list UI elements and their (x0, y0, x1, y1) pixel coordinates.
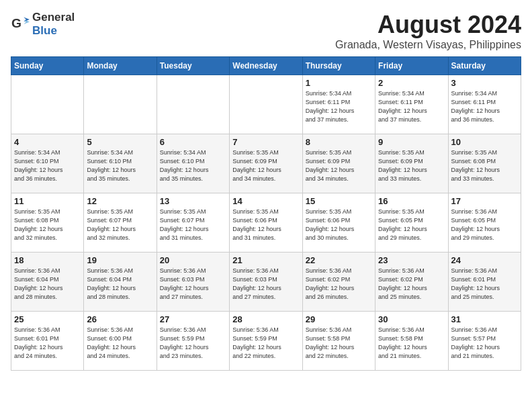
day-number: 10 (451, 137, 518, 147)
svg-text:G: G (11, 16, 21, 30)
day-number: 19 (87, 255, 153, 265)
day-info: Sunrise: 5:36 AM Sunset: 6:01 PM Dayligh… (451, 267, 518, 302)
day-info: Sunrise: 5:35 AM Sunset: 6:07 PM Dayligh… (160, 208, 226, 242)
table-row: 19Sunrise: 5:36 AM Sunset: 6:04 PM Dayli… (84, 253, 157, 312)
table-row: 22Sunrise: 5:36 AM Sunset: 6:02 PM Dayli… (302, 253, 375, 312)
table-row: 23Sunrise: 5:36 AM Sunset: 6:02 PM Dayli… (375, 253, 448, 312)
table-row: 12Sunrise: 5:35 AM Sunset: 6:07 PM Dayli… (84, 193, 157, 253)
day-number: 15 (306, 196, 372, 206)
day-info: Sunrise: 5:36 AM Sunset: 6:03 PM Dayligh… (160, 267, 226, 302)
month-year: August 2024 (335, 11, 521, 39)
table-row: 30Sunrise: 5:36 AM Sunset: 5:58 PM Dayli… (375, 312, 448, 371)
logo: G General Blue (11, 11, 75, 38)
day-info: Sunrise: 5:36 AM Sunset: 5:57 PM Dayligh… (451, 326, 518, 361)
table-row: 29Sunrise: 5:36 AM Sunset: 5:58 PM Dayli… (302, 312, 375, 371)
day-info: Sunrise: 5:36 AM Sunset: 5:59 PM Dayligh… (160, 326, 226, 361)
calendar-week-row: 1Sunrise: 5:34 AM Sunset: 6:11 PM Daylig… (11, 75, 521, 134)
header-monday: Monday (84, 57, 157, 75)
day-info: Sunrise: 5:36 AM Sunset: 6:03 PM Dayligh… (232, 267, 299, 302)
day-number: 1 (306, 78, 372, 88)
day-number: 12 (87, 196, 153, 206)
day-number: 22 (306, 255, 372, 265)
day-info: Sunrise: 5:36 AM Sunset: 6:02 PM Dayligh… (306, 267, 372, 302)
table-row: 14Sunrise: 5:35 AM Sunset: 6:06 PM Dayli… (230, 193, 302, 253)
day-number: 3 (451, 78, 518, 88)
logo-text: General Blue (32, 11, 75, 36)
table-row: 11Sunrise: 5:35 AM Sunset: 6:08 PM Dayli… (11, 193, 84, 253)
table-row: 4Sunrise: 5:34 AM Sunset: 6:10 PM Daylig… (11, 134, 84, 193)
day-info: Sunrise: 5:35 AM Sunset: 6:09 PM Dayligh… (306, 148, 372, 183)
day-number: 26 (87, 314, 153, 324)
day-number: 24 (451, 255, 518, 265)
day-info: Sunrise: 5:35 AM Sunset: 6:07 PM Dayligh… (87, 208, 153, 242)
day-info: Sunrise: 5:36 AM Sunset: 6:02 PM Dayligh… (378, 267, 445, 302)
table-row: 31Sunrise: 5:36 AM Sunset: 5:57 PM Dayli… (448, 312, 521, 371)
table-row: 9Sunrise: 5:35 AM Sunset: 6:09 PM Daylig… (375, 134, 448, 193)
table-row: 20Sunrise: 5:36 AM Sunset: 6:03 PM Dayli… (157, 253, 229, 312)
table-row: 13Sunrise: 5:35 AM Sunset: 6:07 PM Dayli… (157, 193, 229, 253)
table-row (11, 75, 84, 134)
day-info: Sunrise: 5:34 AM Sunset: 6:11 PM Dayligh… (378, 89, 445, 124)
header-wednesday: Wednesday (230, 57, 302, 75)
day-info: Sunrise: 5:36 AM Sunset: 6:04 PM Dayligh… (87, 267, 153, 302)
logo-icon: G (11, 15, 30, 34)
day-number: 25 (14, 314, 81, 324)
day-number: 9 (378, 137, 445, 147)
day-info: Sunrise: 5:35 AM Sunset: 6:05 PM Dayligh… (378, 208, 445, 242)
day-info: Sunrise: 5:36 AM Sunset: 6:00 PM Dayligh… (87, 326, 153, 361)
table-row: 25Sunrise: 5:36 AM Sunset: 6:01 PM Dayli… (11, 312, 84, 371)
day-info: Sunrise: 5:36 AM Sunset: 6:05 PM Dayligh… (451, 208, 518, 242)
day-info: Sunrise: 5:34 AM Sunset: 6:11 PM Dayligh… (306, 89, 372, 124)
header-tuesday: Tuesday (157, 57, 229, 75)
day-info: Sunrise: 5:34 AM Sunset: 6:10 PM Dayligh… (14, 148, 81, 183)
header-sunday: Sunday (11, 57, 84, 75)
day-number: 17 (451, 196, 518, 206)
day-info: Sunrise: 5:36 AM Sunset: 6:01 PM Dayligh… (14, 326, 81, 361)
table-row: 27Sunrise: 5:36 AM Sunset: 5:59 PM Dayli… (157, 312, 229, 371)
day-number: 29 (306, 314, 372, 324)
table-row: 3Sunrise: 5:34 AM Sunset: 6:11 PM Daylig… (448, 75, 521, 134)
day-info: Sunrise: 5:36 AM Sunset: 5:58 PM Dayligh… (378, 326, 445, 361)
day-number: 13 (160, 196, 226, 206)
day-number: 5 (87, 137, 153, 147)
header-saturday: Saturday (448, 57, 521, 75)
page-header: G General Blue August 2024 Granada, West… (11, 11, 521, 51)
table-row: 5Sunrise: 5:34 AM Sunset: 6:10 PM Daylig… (84, 134, 157, 193)
day-info: Sunrise: 5:34 AM Sunset: 6:10 PM Dayligh… (87, 148, 153, 183)
calendar-table: Sunday Monday Tuesday Wednesday Thursday… (11, 56, 521, 371)
day-info: Sunrise: 5:36 AM Sunset: 5:58 PM Dayligh… (306, 326, 372, 361)
header-thursday: Thursday (302, 57, 375, 75)
day-number: 2 (378, 78, 445, 88)
day-info: Sunrise: 5:36 AM Sunset: 6:04 PM Dayligh… (14, 267, 81, 302)
table-row (230, 75, 302, 134)
day-number: 18 (14, 255, 81, 265)
day-number: 6 (160, 137, 226, 147)
table-row: 8Sunrise: 5:35 AM Sunset: 6:09 PM Daylig… (302, 134, 375, 193)
day-number: 28 (232, 314, 299, 324)
day-number: 21 (232, 255, 299, 265)
table-row: 21Sunrise: 5:36 AM Sunset: 6:03 PM Dayli… (230, 253, 302, 312)
day-info: Sunrise: 5:35 AM Sunset: 6:08 PM Dayligh… (14, 208, 81, 242)
calendar-week-row: 18Sunrise: 5:36 AM Sunset: 6:04 PM Dayli… (11, 253, 521, 312)
calendar-week-row: 11Sunrise: 5:35 AM Sunset: 6:08 PM Dayli… (11, 193, 521, 253)
table-row (84, 75, 157, 134)
day-info: Sunrise: 5:35 AM Sunset: 6:09 PM Dayligh… (378, 148, 445, 183)
day-number: 30 (378, 314, 445, 324)
table-row: 26Sunrise: 5:36 AM Sunset: 6:00 PM Dayli… (84, 312, 157, 371)
day-number: 4 (14, 137, 81, 147)
day-number: 23 (378, 255, 445, 265)
day-number: 16 (378, 196, 445, 206)
table-row: 16Sunrise: 5:35 AM Sunset: 6:05 PM Dayli… (375, 193, 448, 253)
day-number: 20 (160, 255, 226, 265)
table-row: 18Sunrise: 5:36 AM Sunset: 6:04 PM Dayli… (11, 253, 84, 312)
day-number: 14 (232, 196, 299, 206)
table-row: 1Sunrise: 5:34 AM Sunset: 6:11 PM Daylig… (302, 75, 375, 134)
day-number: 27 (160, 314, 226, 324)
day-info: Sunrise: 5:35 AM Sunset: 6:08 PM Dayligh… (451, 148, 518, 183)
day-info: Sunrise: 5:34 AM Sunset: 6:11 PM Dayligh… (451, 89, 518, 124)
day-info: Sunrise: 5:34 AM Sunset: 6:10 PM Dayligh… (160, 148, 226, 183)
calendar-week-row: 4Sunrise: 5:34 AM Sunset: 6:10 PM Daylig… (11, 134, 521, 193)
table-row: 6Sunrise: 5:34 AM Sunset: 6:10 PM Daylig… (157, 134, 229, 193)
table-row: 28Sunrise: 5:36 AM Sunset: 5:59 PM Dayli… (230, 312, 302, 371)
table-row: 15Sunrise: 5:35 AM Sunset: 6:06 PM Dayli… (302, 193, 375, 253)
